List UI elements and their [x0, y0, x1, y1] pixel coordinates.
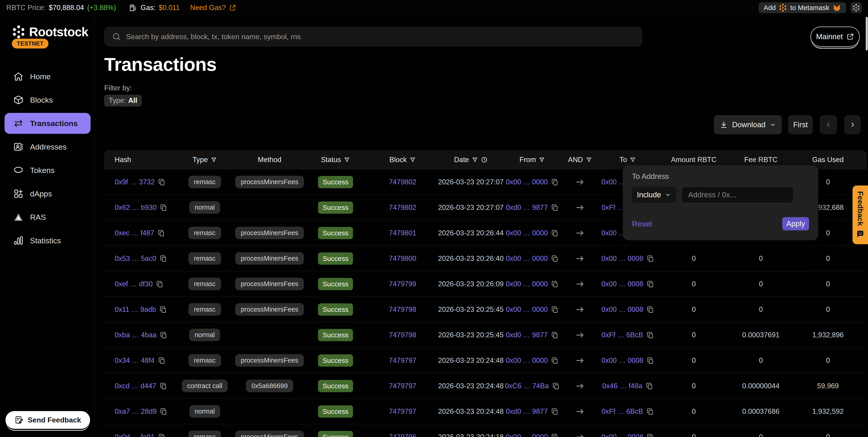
copy-icon[interactable]	[646, 255, 654, 262]
tx-hash-link[interactable]: 0x0d … fe91	[115, 433, 155, 437]
block-link[interactable]: 7479802	[389, 203, 416, 212]
copy-icon[interactable]	[646, 306, 654, 313]
tx-hash-link[interactable]: 0xcd … d447	[115, 382, 156, 390]
copy-icon[interactable]	[159, 255, 167, 262]
from-address-link[interactable]: 0xd0 … 9877	[506, 203, 548, 212]
reset-button[interactable]: Reset	[632, 220, 652, 228]
to-address-link[interactable]: 0x00 … 0008	[601, 356, 643, 365]
copy-icon[interactable]	[551, 280, 559, 288]
from-address-link[interactable]: 0x00 … 0000	[506, 356, 548, 365]
tx-hash-link[interactable]: 0xec … f487	[115, 229, 154, 237]
filter-funnel-icon[interactable]	[472, 156, 478, 163]
from-address-link[interactable]: 0xd0 … 9877	[506, 331, 548, 339]
tx-hash-link[interactable]: 0xba … 4baa	[115, 331, 156, 339]
block-link[interactable]: 7479797	[389, 356, 416, 365]
include-dropdown[interactable]: Include	[632, 187, 676, 203]
copy-icon[interactable]	[551, 433, 559, 437]
tx-hash-link[interactable]: 0x9f … 3732	[115, 178, 155, 186]
filter-funnel-icon[interactable]	[586, 156, 592, 163]
address-input[interactable]	[681, 187, 794, 203]
sidebar-item-addresses[interactable]: Addresses	[5, 136, 91, 157]
block-link[interactable]: 7479800	[389, 255, 416, 263]
copy-icon[interactable]	[646, 357, 654, 365]
copy-icon[interactable]	[551, 357, 559, 365]
next-page-button[interactable]	[844, 115, 861, 134]
copy-icon[interactable]	[160, 204, 167, 211]
copy-icon[interactable]	[160, 408, 167, 415]
from-address-link[interactable]: 0xd0 … 9877	[506, 407, 548, 416]
copy-icon[interactable]	[646, 433, 654, 437]
sidebar-item-tokens[interactable]: Tokens	[5, 160, 91, 181]
to-address-link[interactable]: 0xFf … 6BcB	[602, 331, 643, 339]
filter-funnel-icon[interactable]	[630, 156, 636, 163]
rootstock-icon-button[interactable]	[851, 2, 862, 13]
copy-icon[interactable]	[160, 331, 167, 339]
sidebar-item-blocks[interactable]: Blocks	[5, 89, 91, 110]
first-page-button[interactable]: First	[788, 115, 813, 134]
copy-icon[interactable]	[158, 178, 165, 186]
previous-page-button[interactable]	[820, 115, 837, 134]
to-address-link[interactable]: 0x46 … f48a	[602, 382, 642, 390]
type-filter-chip[interactable]: Type: All	[104, 95, 142, 107]
copy-icon[interactable]	[646, 408, 654, 415]
sidebar-item-ras[interactable]: RAS	[5, 207, 91, 228]
block-link[interactable]: 7479797	[389, 382, 416, 390]
from-address-link[interactable]: 0x00 … 0000	[506, 433, 548, 437]
tx-hash-link[interactable]: 0xa7 … 28d9	[115, 407, 156, 416]
sidebar-item-dapps[interactable]: dApps	[5, 183, 91, 204]
copy-icon[interactable]	[551, 408, 559, 415]
apply-button[interactable]: Apply	[782, 217, 809, 230]
to-address-link[interactable]: 0xFf … 6BcB	[602, 407, 643, 416]
tx-hash-link[interactable]: 0x62 … b930	[115, 203, 156, 212]
copy-icon[interactable]	[551, 306, 559, 313]
column-header-to[interactable]: To	[600, 156, 655, 164]
feedback-tab[interactable]: Feedback	[852, 185, 868, 244]
tx-hash-link[interactable]: 0x11 … 9adb	[115, 305, 156, 314]
clock-icon[interactable]	[481, 156, 488, 163]
sidebar-item-home[interactable]: Home	[5, 66, 91, 87]
copy-icon[interactable]	[551, 255, 559, 262]
block-link[interactable]: 7479799	[389, 280, 416, 288]
copy-icon[interactable]	[159, 382, 167, 390]
tx-hash-link[interactable]: 0x34 … 48f4	[115, 356, 155, 365]
column-header-block[interactable]: Block	[369, 156, 437, 164]
from-address-link[interactable]: 0x00 … 0000	[506, 229, 548, 237]
copy-icon[interactable]	[158, 433, 165, 437]
copy-icon[interactable]	[646, 382, 653, 390]
copy-icon[interactable]	[158, 357, 165, 365]
mainnet-link-button[interactable]: Mainnet	[810, 27, 860, 47]
column-header-type[interactable]: Type	[173, 156, 237, 164]
column-header-from[interactable]: From	[505, 156, 560, 164]
filter-funnel-icon[interactable]	[344, 156, 350, 163]
from-address-link[interactable]: 0x00 … 0000	[506, 305, 548, 314]
copy-icon[interactable]	[646, 280, 654, 288]
filter-funnel-icon[interactable]	[211, 156, 217, 163]
to-address-link[interactable]: 0x00 … 0008	[601, 280, 643, 288]
block-link[interactable]: 7479798	[389, 331, 416, 339]
filter-funnel-icon[interactable]	[409, 156, 416, 163]
block-link[interactable]: 7479801	[389, 229, 416, 237]
copy-icon[interactable]	[551, 204, 559, 211]
from-address-link[interactable]: 0x00 … 0000	[506, 255, 548, 263]
add-to-metamask-button[interactable]: Add to Metamask	[758, 2, 846, 13]
send-feedback-button[interactable]: Send Feedback	[5, 411, 90, 429]
download-button[interactable]: Download	[714, 115, 782, 134]
copy-icon[interactable]	[552, 382, 560, 390]
from-address-link[interactable]: 0xC6 … 74Ba	[505, 382, 549, 390]
scrollbar-thumb[interactable]	[866, 17, 868, 51]
copy-icon[interactable]	[551, 229, 559, 237]
clear-input-icon[interactable]	[780, 191, 788, 199]
copy-icon[interactable]	[551, 178, 559, 186]
column-header-and[interactable]: AND	[560, 156, 600, 164]
block-link[interactable]: 7479798	[389, 305, 416, 314]
to-address-link[interactable]: 0x00 … 0008	[601, 433, 643, 437]
tx-hash-link[interactable]: 0x53 … 5ac0	[115, 255, 156, 263]
block-link[interactable]: 7479796	[389, 433, 416, 437]
sidebar-item-statistics[interactable]: Statistics	[5, 230, 91, 251]
tx-hash-link[interactable]: 0xef … df30	[115, 280, 153, 288]
copy-icon[interactable]	[157, 229, 165, 237]
column-header-date[interactable]: Date	[437, 156, 505, 164]
filter-funnel-icon[interactable]	[539, 156, 545, 163]
block-link[interactable]: 7479802	[389, 178, 416, 186]
copy-icon[interactable]	[551, 331, 559, 339]
